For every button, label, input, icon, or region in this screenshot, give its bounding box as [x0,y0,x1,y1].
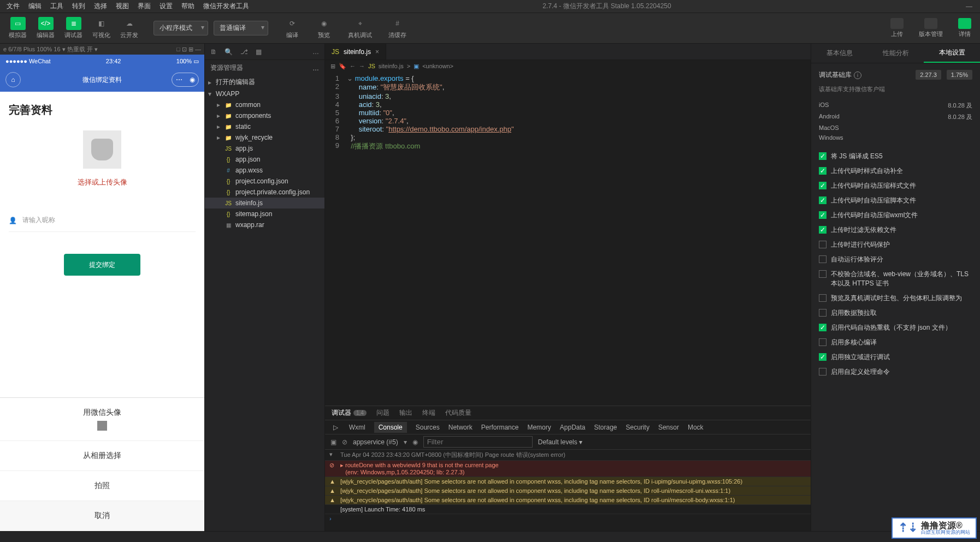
home-icon[interactable]: ⌂ [5,72,21,87]
console-output[interactable]: ▾Tue Apr 04 2023 23:43:20 GMT+0800 (中国标准… [325,450,811,531]
compile-dropdown[interactable]: 普通编译 [214,21,268,35]
menu-转到[interactable]: 转到 [68,0,90,13]
devtab-Sources[interactable]: Sources [416,424,440,431]
dbgtab-输出[interactable]: 输出 [399,408,412,418]
dbgtab-问题[interactable]: 问题 [376,408,389,418]
devtab-Mock[interactable]: Mock [688,424,704,431]
sheet-photo[interactable]: 拍照 [0,471,204,501]
setting-check[interactable]: ✓上传代码时自动压缩脚本文件 [819,193,972,208]
simulator-button[interactable]: ▭模拟器 [4,15,31,41]
setting-check[interactable]: ✓启用代码自动热重载（不支持 json 文件） [819,320,972,335]
file-project.config.json[interactable]: {}project.config.json [205,176,324,187]
sim-device-bar[interactable]: e 6/7/8 Plus 100% 16 ▾ 热重载 开 ▾□ ⊡ ⊞ — [0,44,204,55]
menu-帮助[interactable]: 帮助 [177,0,199,13]
menu-设置[interactable]: 设置 [155,0,177,13]
more-icon[interactable]: … [312,48,319,56]
devtab-Wxml[interactable]: Wxml [349,424,365,431]
info-icon[interactable]: i [854,72,861,79]
file-app.wxss[interactable]: #app.wxss [205,165,324,176]
editor-tab[interactable]: JS siteinfo.js × [325,44,386,59]
dbgtab-调试器[interactable]: 调试器 [332,408,351,418]
devtab-Sensor[interactable]: Sensor [658,424,679,431]
file-sitemap.json[interactable]: {}sitemap.json [205,209,324,219]
sheet-cancel[interactable]: 取消 [0,501,204,531]
file-static[interactable]: ▸📁static [205,121,324,132]
setting-check[interactable]: 启用多核心编译 [819,335,972,350]
root-folder[interactable]: ▾WXAPP [205,88,324,99]
dbgtab-1,4[interactable]: 1,4 [353,410,367,416]
file-project.private.config.json[interactable]: {}project.private.config.json [205,187,324,198]
devtab-Performance[interactable]: Performance [481,424,519,431]
file-app.js[interactable]: JSapp.js [205,143,324,154]
setting-check[interactable]: 不校验合法域名、web-view（业务域名）、TLS 本以及 HTTPS 证书 [819,267,972,291]
detail-tab-1[interactable]: 性能分析 [867,44,924,63]
sheet-wechat-avatar[interactable]: 用微信头像 [0,398,204,441]
menu-选择[interactable]: 选择 [90,0,111,13]
menu-工具[interactable]: 工具 [46,0,68,13]
ext-icon[interactable]: ▦ [256,48,262,56]
devtab-Network[interactable]: Network [448,424,473,431]
version-button[interactable]: 版本管理 [914,16,947,40]
scope-select[interactable]: appservice (#5) [353,438,398,446]
devtab-Storage[interactable]: Storage [594,424,617,431]
setting-check[interactable]: 上传时进行代码保护 [819,237,972,252]
back-icon[interactable]: ← [350,63,356,69]
menu-微信开发者工具[interactable]: 微信开发者工具 [199,0,253,13]
devtab-AppData[interactable]: AppData [560,424,586,431]
split-icon[interactable]: ⊞ [330,63,335,70]
setting-check[interactable]: 预览及真机调试时主包、分包体积上限调整为 [819,291,972,306]
debugger-button[interactable]: ≣调试器 [60,15,87,41]
setting-check[interactable]: 自动运行体验评分 [819,252,972,267]
levels-select[interactable]: Default levels ▾ [538,438,582,446]
inspect-icon[interactable]: ▷ [332,424,340,431]
search-icon[interactable]: 🔍 [225,48,233,56]
detail-button[interactable]: 详情 [954,16,976,40]
setting-check[interactable]: ✓上传代码时样式自动补全 [819,164,972,178]
setting-check[interactable]: ✓启用独立域进行调试 [819,350,972,365]
menu-编辑[interactable]: 编辑 [24,0,46,13]
forward-icon[interactable]: → [359,63,365,69]
editor-button[interactable]: </>编辑器 [32,15,59,41]
file-wjyk_recycle[interactable]: ▸📁wjyk_recycle [205,132,324,143]
sheet-album[interactable]: 从相册选择 [0,441,204,471]
menu-文件[interactable]: 文件 [2,0,24,13]
realdebug-button[interactable]: ⌖真机调试 [344,15,376,41]
bookmark-icon[interactable]: 🔖 [339,63,346,70]
submit-button[interactable]: 提交绑定 [64,254,140,276]
visual-button[interactable]: ◧可视化 [88,15,115,41]
avatar-upload[interactable] [83,130,121,169]
code-editor[interactable]: 1⌄ module.exports = {2 name: "智慧废品回收系统",… [325,72,811,406]
setting-check[interactable]: 启用数据预拉取 [819,306,972,320]
file-wxapp.rar[interactable]: ▦wxapp.rar [205,219,324,230]
menu-界面[interactable]: 界面 [133,0,155,13]
close-icon[interactable]: × [375,48,379,56]
setting-check[interactable]: 启用自定义处理命令 [819,365,972,379]
filter-input[interactable] [423,436,533,448]
file-siteinfo.js[interactable]: JSsiteinfo.js [205,198,324,209]
console-prompt[interactable]: › [325,514,811,523]
preview-button[interactable]: ◉预览 [312,15,336,41]
capsule-button[interactable]: ⋯◉ [172,73,199,87]
devtab-Security[interactable]: Security [626,424,650,431]
dbgtab-终端[interactable]: 终端 [422,408,435,418]
clearcache-button[interactable]: #清缓存 [384,15,411,41]
upload-button[interactable]: 上传 [886,16,908,40]
setting-check[interactable]: ✓上传时过滤无依赖文件 [819,223,972,237]
devtab-Console[interactable]: Console [374,422,407,433]
lib-version[interactable]: 2.27.3 [916,70,941,80]
file-app.json[interactable]: {}app.json [205,154,324,165]
setting-check[interactable]: ✓上传代码时自动压缩wxml文件 [819,208,972,223]
sidebar-toggle-icon[interactable]: ▣ [330,438,336,446]
scope-caret-icon[interactable]: ▾ [404,438,407,446]
devtab-Memory[interactable]: Memory [527,424,551,431]
branch-icon[interactable]: ⎇ [240,48,248,56]
detail-tab-2[interactable]: 本地设置 [924,44,980,63]
clear-icon[interactable]: ⊘ [342,438,347,446]
mode-dropdown[interactable]: 小程序模式 [154,21,208,35]
minimize-icon[interactable]: — [960,3,978,10]
eye-icon[interactable]: ◉ [412,438,418,446]
compile-button[interactable]: ⟳编译 [280,15,304,41]
file-components[interactable]: ▸📁components [205,110,324,121]
detail-tab-0[interactable]: 基本信息 [811,44,867,63]
cloud-button[interactable]: ☁云开发 [116,15,143,41]
